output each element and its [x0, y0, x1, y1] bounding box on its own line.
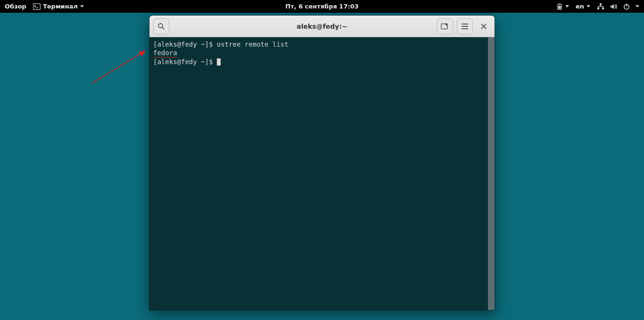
svg-rect-7: [602, 8, 604, 9]
search-icon: [157, 23, 165, 30]
command-output: fedora: [153, 49, 177, 57]
chevron-down-icon: [565, 5, 569, 8]
activities-button[interactable]: Обзор: [5, 3, 26, 10]
command-text: ostree remote list: [217, 41, 289, 48]
clock[interactable]: Пт, 6 сентября 17:03: [285, 3, 358, 10]
menu-button[interactable]: [457, 18, 473, 34]
cursor: [217, 58, 221, 66]
svg-line-21: [92, 51, 145, 83]
search-button[interactable]: [153, 18, 169, 34]
close-button[interactable]: [477, 19, 491, 33]
terminal-content[interactable]: [aleks@fedy ~]$ ostree remote list fedor…: [149, 37, 488, 310]
prompt: [aleks@fedy ~]$: [153, 58, 217, 66]
volume-icon: [610, 3, 618, 10]
chevron-down-icon: [586, 5, 590, 8]
svg-rect-6: [597, 8, 599, 9]
top-panel: Обзор Терминал Пт, 6 сентября 17:03 en: [0, 0, 644, 13]
network-icon: [597, 3, 604, 10]
svg-rect-3: [559, 3, 560, 4]
titlebar[interactable]: aleks@fedy:~: [149, 16, 495, 37]
new-tab-icon: [441, 23, 449, 30]
svg-rect-0: [33, 3, 40, 9]
app-menu[interactable]: Терминал: [33, 3, 84, 10]
input-language-indicator[interactable]: en: [576, 3, 590, 10]
chevron-down-icon: [636, 5, 639, 8]
hamburger-icon: [461, 23, 469, 30]
input-language-label: en: [576, 3, 584, 10]
terminal-window: aleks@fedy:~: [149, 16, 495, 310]
chevron-down-icon: [80, 5, 84, 8]
new-tab-button[interactable]: [437, 18, 453, 34]
svg-point-10: [158, 24, 163, 28]
annotation-arrow: [91, 46, 152, 86]
terminal-icon: [33, 3, 41, 10]
terminal-body[interactable]: [aleks@fedy ~]$ ostree remote list fedor…: [149, 37, 495, 310]
battery-icon: [556, 3, 563, 10]
svg-rect-4: [558, 6, 561, 9]
system-status-area[interactable]: [597, 3, 639, 10]
svg-line-11: [162, 27, 164, 29]
svg-rect-5: [600, 3, 602, 5]
power-icon: [623, 3, 630, 10]
app-menu-label: Терминал: [43, 3, 78, 10]
scrollbar[interactable]: [488, 37, 495, 310]
scrollbar-thumb[interactable]: [488, 37, 495, 310]
prompt: [aleks@fedy ~]$: [153, 41, 217, 48]
battery-indicator[interactable]: [556, 3, 569, 10]
close-icon: [481, 24, 487, 29]
